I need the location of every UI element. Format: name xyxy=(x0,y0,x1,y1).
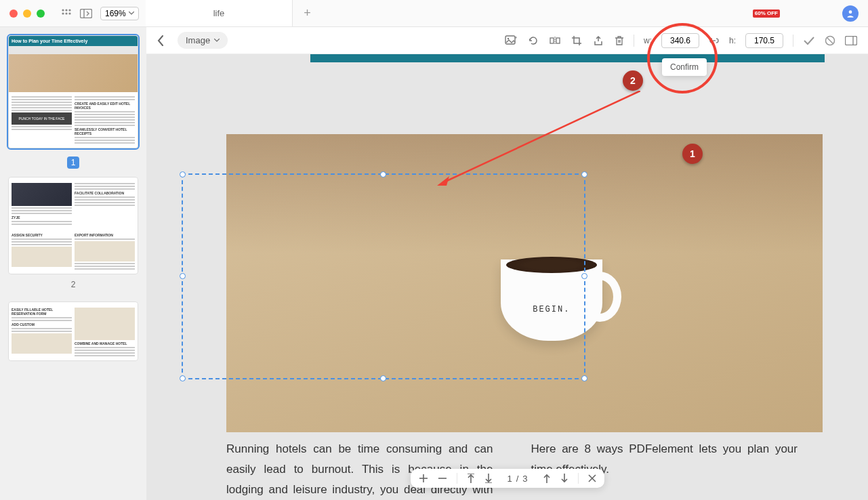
current-page: 1 xyxy=(507,474,512,484)
crop-icon[interactable] xyxy=(571,35,582,46)
page-thumbnail-2[interactable]: ZYJE FACILITATE COLLABORATION ASSIGN SEC… xyxy=(8,177,138,274)
export-icon[interactable] xyxy=(593,35,604,46)
svg-point-5 xyxy=(68,12,70,14)
resize-handle-bl[interactable] xyxy=(180,375,186,381)
zoom-select[interactable]: 169% xyxy=(100,7,139,20)
zoom-out-icon[interactable] xyxy=(437,474,447,483)
svg-rect-12 xyxy=(550,38,554,43)
window-close[interactable] xyxy=(9,9,18,18)
page-nav-bar: 1 / 3 xyxy=(410,469,604,488)
window-maximize[interactable] xyxy=(37,9,45,18)
rotate-icon[interactable] xyxy=(528,35,539,46)
thumb-number-2: 2 xyxy=(8,280,138,289)
width-input[interactable] xyxy=(661,33,699,48)
new-tab-button[interactable]: + xyxy=(293,6,322,20)
prev-page-icon[interactable] xyxy=(543,474,551,483)
grid-icon[interactable] xyxy=(61,8,72,19)
svg-point-0 xyxy=(62,9,64,11)
height-label: h: xyxy=(729,36,736,45)
zoom-in-icon[interactable] xyxy=(418,474,428,483)
selected-image[interactable]: BEGIN. xyxy=(226,134,823,432)
svg-text:+: + xyxy=(514,35,517,41)
svg-point-3 xyxy=(62,12,64,14)
svg-point-10 xyxy=(508,37,509,39)
zoom-value: 169% xyxy=(105,9,126,18)
svg-point-1 xyxy=(65,9,67,11)
tab-title: life xyxy=(213,8,225,18)
cup-caption: BEGIN. xyxy=(533,305,570,314)
document-page: BEGIN. Running hotels can be time consum… xyxy=(186,73,825,500)
thumbnail-sidebar: How to Plan your Time Effectively PUNCH … xyxy=(0,27,146,500)
link-dimensions-icon[interactable] xyxy=(709,37,720,45)
svg-point-2 xyxy=(68,9,70,11)
user-avatar[interactable] xyxy=(842,5,859,22)
total-pages: 3 xyxy=(522,474,527,484)
document-canvas[interactable]: BEGIN. Running hotels can be time consum… xyxy=(146,54,868,500)
confirm-button[interactable] xyxy=(803,36,815,45)
resize-handle-tl[interactable] xyxy=(180,171,186,178)
promo-badge[interactable]: 60% OFF xyxy=(753,9,780,18)
thumb-number-1: 1 xyxy=(67,157,79,169)
annotation-badge-1: 1 xyxy=(682,144,703,164)
svg-rect-9 xyxy=(505,36,515,44)
svg-point-4 xyxy=(65,12,67,14)
annotation-badge-2: 2 xyxy=(623,70,643,91)
cancel-button[interactable] xyxy=(825,35,835,46)
first-page-icon[interactable] xyxy=(466,474,474,483)
svg-rect-16 xyxy=(846,36,857,45)
thumb1-header: How to Plan your Time Effectively xyxy=(9,36,138,46)
sidebar-toggle-icon[interactable] xyxy=(80,9,92,18)
document-tab[interactable]: life xyxy=(146,0,293,26)
replace-image-icon[interactable]: + xyxy=(505,35,517,47)
page-thumbnail-3[interactable]: EASILY FILLABLE HOTEL RESERVATION FORM A… xyxy=(8,301,138,361)
page-thumbnail-1[interactable]: How to Plan your Time Effectively PUNCH … xyxy=(8,35,138,148)
svg-point-8 xyxy=(849,10,852,14)
next-page-icon[interactable] xyxy=(560,474,569,483)
confirm-tooltip: Confirm xyxy=(662,58,707,76)
width-label: w: xyxy=(644,36,652,45)
object-type-dropdown[interactable]: Image xyxy=(178,32,228,49)
flip-icon[interactable] xyxy=(550,35,560,46)
close-bar-icon[interactable] xyxy=(588,474,596,482)
last-page-icon[interactable] xyxy=(484,474,492,483)
right-panel-icon[interactable] xyxy=(845,36,857,45)
back-button[interactable] xyxy=(157,35,168,46)
height-input[interactable] xyxy=(745,33,783,48)
svg-rect-6 xyxy=(81,9,92,18)
page-header-strip xyxy=(310,54,825,62)
resize-handle-lm[interactable] xyxy=(180,273,186,279)
delete-icon[interactable] xyxy=(615,35,624,46)
section-heading: CREATE AND EASILY EDIT HOTEL INVOICES xyxy=(531,491,798,501)
image-edit-toolbar: Image + xyxy=(146,27,868,54)
svg-rect-13 xyxy=(556,38,560,43)
window-minimize[interactable] xyxy=(23,9,31,18)
